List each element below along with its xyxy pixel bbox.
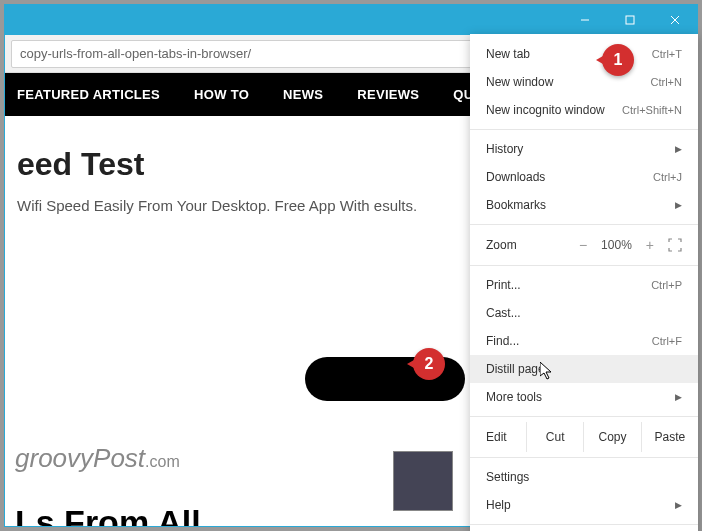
svg-rect-1 [626,16,634,24]
zoom-label: Zoom [486,238,517,252]
menu-distill-page[interactable]: Distill page [470,355,698,383]
menu-print[interactable]: Print...Ctrl+P [470,271,698,299]
close-button[interactable] [652,5,697,35]
edit-label: Edit [470,422,526,452]
menu-copy[interactable]: Copy [583,422,640,452]
menu-separator [470,416,698,417]
chevron-right-icon: ▶ [675,500,682,510]
nav-item[interactable]: REVIEWS [357,87,419,102]
annotation-callout-1: 1 [602,44,634,76]
cursor-icon [540,362,556,385]
menu-help[interactable]: Help▶ [470,491,698,519]
menu-cast[interactable]: Cast... [470,299,698,327]
menu-history[interactable]: History▶ [470,135,698,163]
menu-edit-row: Edit Cut Copy Paste [470,422,698,452]
titlebar [5,5,697,35]
menu-settings[interactable]: Settings [470,463,698,491]
nav-item[interactable]: FEATURED ARTICLES [17,87,160,102]
minimize-button[interactable] [562,5,607,35]
menu-cut[interactable]: Cut [526,422,583,452]
maximize-button[interactable] [607,5,652,35]
nav-item[interactable]: HOW TO [194,87,249,102]
article-heading: Ls From All [15,503,201,526]
menu-new-tab[interactable]: New tabCtrl+T [470,40,698,68]
menu-more-tools[interactable]: More tools▶ [470,383,698,411]
fullscreen-icon[interactable] [668,238,682,252]
menu-bookmarks[interactable]: Bookmarks▶ [470,191,698,219]
annotation-callout-2: 2 [413,348,445,380]
nav-item[interactable]: NEWS [283,87,323,102]
menu-new-incognito[interactable]: New incognito windowCtrl+Shift+N [470,96,698,124]
zoom-in-button[interactable]: + [646,237,654,253]
menu-separator [470,265,698,266]
menu-separator [470,129,698,130]
menu-find[interactable]: Find...Ctrl+F [470,327,698,355]
chevron-right-icon: ▶ [675,392,682,402]
menu-downloads[interactable]: DownloadsCtrl+J [470,163,698,191]
menu-new-window[interactable]: New windowCtrl+N [470,68,698,96]
chrome-menu: New tabCtrl+T New windowCtrl+N New incog… [470,34,698,531]
menu-separator [470,524,698,525]
site-logo: groovyPost.com [15,443,180,474]
menu-separator [470,457,698,458]
address-bar[interactable]: copy-urls-from-all-open-tabs-in-browser/… [11,40,499,68]
zoom-out-button[interactable]: − [579,237,587,253]
menu-paste[interactable]: Paste [641,422,698,452]
chevron-right-icon: ▶ [675,200,682,210]
zoom-value: 100% [601,238,632,252]
address-text: copy-urls-from-all-open-tabs-in-browser/ [20,46,470,61]
menu-zoom: Zoom − 100% + [470,230,698,260]
menu-separator [470,224,698,225]
thumbnail [393,451,453,511]
chevron-right-icon: ▶ [675,144,682,154]
